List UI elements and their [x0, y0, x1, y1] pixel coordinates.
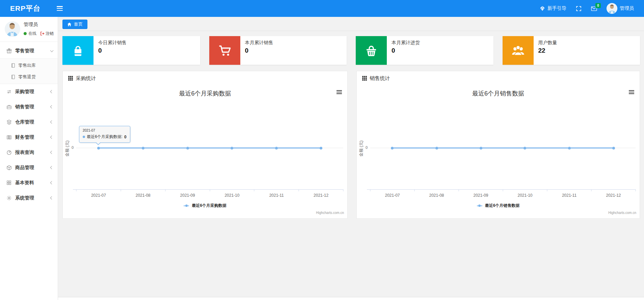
panel-header: 销售统计 [357, 71, 640, 85]
sidebar-toggle-icon[interactable] [57, 6, 63, 11]
sidebar-item-system[interactable]: 系统管理 [0, 190, 58, 206]
sidebar-item-retail-returns[interactable]: 零售退货 [0, 71, 58, 83]
sidebar-item-basic-data[interactable]: 基本资料 [0, 175, 58, 190]
sidebar-item-label: 零售管理 [15, 48, 34, 54]
sidebar-item-warehouse[interactable]: 仓库管理 [0, 114, 58, 130]
chart-legend-item[interactable]: 最近6个月采购数据 [63, 203, 347, 209]
stat-card-month-sales: 本月累计销售 0 [209, 36, 347, 65]
guide-label: 新手引导 [547, 5, 566, 11]
sidebar-item-label: 销售管理 [15, 104, 34, 110]
series-dot-icon [83, 136, 85, 138]
message-count-badge: 0 [595, 3, 601, 8]
data-point [568, 147, 571, 149]
avatar [607, 3, 617, 14]
cube-icon [6, 165, 12, 170]
tab-bar-divider [58, 31, 644, 31]
sidebar-user-block: 管理员 在线 注销 [0, 17, 58, 42]
chevron-left-icon [50, 166, 54, 169]
fullscreen-button[interactable] [576, 6, 582, 11]
journal-icon [10, 75, 16, 79]
shopping-cart-icon [209, 36, 240, 65]
sidebar-item-label: 报表查询 [15, 149, 34, 156]
stat-card-label: 今日累计销售 [98, 40, 127, 46]
sidebar-item-finance[interactable]: 财务管理 [0, 130, 58, 145]
top-navbar: ERP平台 新手引导 [0, 0, 644, 17]
sales-chart: 最近6个月销售数据 金额 (元) 0 2021-07 2021-08 2021-… [357, 85, 640, 218]
th-grid-icon [362, 76, 367, 81]
stat-card-label: 用户数量 [538, 40, 557, 46]
sidebar-item-products[interactable]: 商品管理 [0, 160, 58, 175]
sign-out-icon [40, 31, 45, 36]
diamond-icon [540, 6, 545, 11]
sidebar-item-label: 财务管理 [15, 134, 34, 140]
user-name: 管理员 [620, 5, 634, 11]
stat-card-value: 0 [392, 47, 420, 54]
sidebar-subitem-label: 零售退货 [18, 74, 36, 80]
legend-line-marker-icon [477, 206, 482, 206]
panel-title: 采购统计 [76, 75, 96, 82]
chevron-left-icon [50, 136, 54, 139]
series-line [392, 147, 613, 148]
sidebar-item-retail-outbound[interactable]: 零售出库 [0, 60, 58, 71]
sidebar-user-name: 管理员 [24, 22, 54, 28]
sidebar-item-reports[interactable]: 报表查询 [0, 145, 58, 160]
highcharts-credits-link[interactable]: Highcharts.com.cn [316, 211, 344, 215]
x-axis-label: 2021-08 [121, 193, 165, 198]
sidebar-item-purchasing[interactable]: 采购管理 [0, 84, 58, 99]
layers-icon [6, 119, 12, 125]
th-grid-icon [68, 76, 73, 81]
x-axis-label: 2021-09 [459, 193, 503, 198]
logout-link[interactable]: 注销 [40, 31, 54, 36]
sidebar-menu: 零售管理 零售出库 零售退货 [0, 42, 58, 206]
highcharts-credits-link[interactable]: Highcharts.com.cn [608, 211, 636, 215]
sidebar-item-label: 系统管理 [15, 195, 34, 201]
sales-stats-panel: 销售统计 最近6个月销售数据 金额 (元) 0 2021-07 2021-08 … [356, 71, 640, 219]
data-point [524, 147, 526, 149]
sidebar-item-retail[interactable]: 零售管理 [0, 43, 58, 58]
y-axis-tick-label: 0 [358, 145, 368, 149]
user-menu[interactable]: 管理员 [607, 3, 634, 14]
x-axis-label: 2021-09 [165, 193, 210, 198]
gift-icon [6, 48, 12, 54]
stat-card-label: 本月累计销售 [245, 40, 273, 46]
stat-card-body: 今日累计销售 0 [93, 36, 131, 65]
chart-tooltip: 2021-07 最近6个月采购数据: 0 [79, 126, 130, 143]
legend-label: 最近6个月采购数据 [192, 203, 226, 209]
messages-button[interactable]: 0 [591, 6, 597, 11]
guide-button[interactable]: 新手引导 [540, 5, 566, 11]
sidebar-item-sales[interactable]: 销售管理 [0, 99, 58, 114]
user-status-row: 在线 注销 [24, 31, 54, 36]
x-axis-label: 2021-07 [76, 193, 121, 198]
data-point [480, 147, 482, 149]
stat-cards-row: 今日累计销售 0 本月累计销售 0 本月累计进货 0 [62, 36, 640, 65]
navbar-right: 新手引导 0 [540, 3, 634, 14]
tooltip-series-label: 最近6个月采购数据: [87, 134, 123, 140]
stat-card-month-purchases: 本月累计进货 0 [356, 36, 493, 65]
footer [58, 297, 644, 300]
plot-area [76, 85, 343, 218]
sidebar-item-label: 商品管理 [15, 165, 34, 171]
chart-legend-item[interactable]: 最近6个月销售数据 [357, 203, 640, 209]
x-axis-label: 2021-12 [591, 193, 636, 198]
chevron-left-icon [50, 181, 54, 185]
purchase-chart: 最近6个月采购数据 金额 (元) 0 2021-07 2021-08 2021-… [63, 85, 347, 218]
stat-card-value: 0 [245, 47, 273, 54]
chevron-left-icon [50, 90, 54, 93]
sidebar-item-label: 基本资料 [15, 180, 34, 186]
x-axis-labels: 2021-07 2021-08 2021-09 2021-10 2021-11 … [76, 193, 343, 198]
gear-icon [6, 195, 12, 201]
tab-home-label: 首页 [74, 21, 83, 27]
x-axis-label: 2021-08 [414, 193, 459, 198]
app-brand[interactable]: ERP平台 [10, 4, 41, 13]
data-point [320, 147, 322, 149]
stat-card-body: 本月累计进货 0 [387, 36, 425, 65]
plot-area [370, 85, 636, 218]
tab-home[interactable]: 首页 [62, 20, 87, 29]
stat-card-user-count: 用户数量 22 [503, 36, 640, 65]
data-point [231, 147, 233, 149]
chevron-left-icon [50, 105, 54, 109]
data-point [435, 147, 438, 149]
stat-card-body: 用户数量 22 [534, 36, 562, 65]
x-axis-label: 2021-10 [210, 193, 254, 198]
series-line [99, 147, 321, 148]
